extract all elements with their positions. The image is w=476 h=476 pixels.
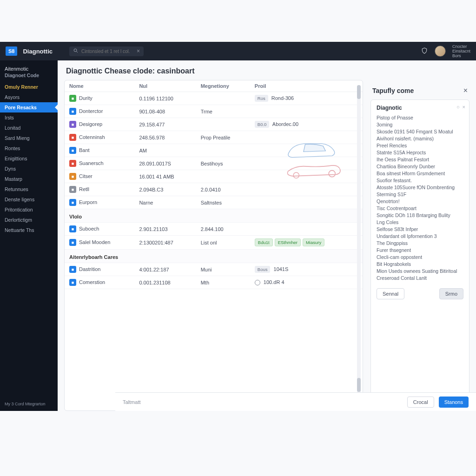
- sidebar-item-2[interactable]: Pore Resacks: [0, 102, 58, 112]
- table-scrollbar[interactable]: [357, 85, 361, 406]
- info-line: Ihe Oess Paitnat Festort: [377, 156, 463, 163]
- tag-pill[interactable]: ESthmher: [275, 238, 301, 246]
- info-line: Selfose S83t Infper: [377, 226, 463, 233]
- tag-pill: B0.0: [255, 121, 270, 128]
- info-line: Atosste 105Suore fON Dombrenting: [377, 184, 463, 191]
- info-line: Lng Coles: [377, 219, 463, 226]
- info-line: Tisc Cootrentpoart: [377, 205, 463, 212]
- info-line: Furer thsegnent: [377, 247, 463, 254]
- row-status-icon: ■: [69, 279, 76, 286]
- info-line: Creseroad Contal Lanlt: [377, 275, 463, 282]
- card-settings-icon[interactable]: ○: [456, 104, 460, 111]
- row-status-icon: ■: [69, 160, 76, 167]
- sidebar-item-1[interactable]: Asyors: [0, 92, 58, 102]
- info-line: Skosde 0191 540 Fmgant S Moatul: [377, 128, 463, 135]
- panel-secondary-button[interactable]: Sennal: [377, 288, 404, 299]
- svg-point-2: [293, 172, 299, 178]
- sidebar-header-1: Aitenmotic: [0, 64, 58, 73]
- info-line: Preel Rencles: [377, 142, 463, 149]
- info-line: Pistop of Pnasse: [377, 114, 463, 121]
- sidebar-item-9[interactable]: Mastarp: [0, 174, 58, 184]
- search-input[interactable]: [81, 49, 134, 54]
- diagnostic-table: Nome Nul Megnetiony Proil ■Durity0.1196 …: [65, 80, 363, 289]
- col-meg[interactable]: Megnetiony: [196, 80, 250, 92]
- vehicle-illustration: [281, 136, 346, 183]
- row-status-icon: ■: [69, 239, 76, 246]
- table-row[interactable]: ■EurpornNarneSaltnstes: [65, 196, 363, 209]
- card-title: Diagnotic: [377, 105, 463, 112]
- info-line: Undardant oll Ipfornention 3: [377, 233, 463, 240]
- tag-pill: Bous: [255, 266, 271, 273]
- table-row[interactable]: ■Dastrition4:001.22:187MuniBous 1041S: [65, 263, 363, 276]
- table-row[interactable]: ■Retll2.094B.C32.0.0410: [65, 183, 363, 196]
- diagnostic-table-card: Nome Nul Megnetiony Proil ■Durity0.1196 …: [64, 80, 363, 411]
- tag-pill: Ros: [255, 95, 268, 102]
- table-row[interactable]: ■Durity0.1196 112100Ros Rond-306: [65, 92, 363, 105]
- panel-primary-button[interactable]: Srmo: [439, 288, 463, 299]
- footer-bar: Taltmatt Crocal Stanons: [115, 392, 476, 411]
- row-status-icon: ■: [69, 108, 76, 115]
- section-header: Aitenrlyboarh Cares: [65, 250, 363, 263]
- row-status-icon: ■: [69, 147, 76, 154]
- right-panel-title: Tapufly come: [372, 87, 414, 94]
- search-clear-icon[interactable]: ×: [137, 48, 140, 54]
- tag-pill[interactable]: Bdu1t: [255, 238, 273, 246]
- sidebar-item-6[interactable]: Rontes: [0, 143, 58, 153]
- row-status-icon: ■: [69, 266, 76, 273]
- row-status-icon: ■: [69, 173, 76, 180]
- section-header: VIolo: [65, 209, 363, 223]
- sidebar-item-10[interactable]: Retunnues: [0, 184, 58, 194]
- user-meta: Cnocter Einsitacnt Bors: [452, 44, 470, 58]
- row-status-icon: ■: [69, 121, 76, 128]
- info-line: Suofior festasnt.: [377, 177, 463, 184]
- table-row[interactable]: ■Desigorep29.158.477B0.0 Abordec.00: [65, 118, 363, 131]
- info-line: Statnte S15A Heprocts: [377, 149, 463, 156]
- info-line: Chartiioa Bineonrly Dunber: [377, 163, 463, 170]
- app-logo: S8: [6, 46, 17, 56]
- row-status-icon: ■: [69, 95, 76, 102]
- table-row[interactable]: ■Donterctor901.08-408Trme: [65, 105, 363, 118]
- shield-icon[interactable]: [421, 47, 428, 56]
- sidebar-item-7[interactable]: Enigittions: [0, 153, 58, 164]
- info-line: Aivihonl nsisfert. (mamins): [377, 135, 463, 142]
- info-line: Sterming S1F: [377, 191, 463, 198]
- svg-point-3: [329, 171, 335, 177]
- page-title: Diagnottic Chease clode: casinboart: [66, 67, 195, 75]
- row-status-icon: ■: [69, 186, 76, 193]
- sidebar-item-8[interactable]: Dyns: [0, 164, 58, 174]
- search-box[interactable]: ×: [69, 46, 144, 56]
- sidebar-item-0[interactable]: Omuly Renner: [0, 82, 58, 92]
- row-status-icon: ■: [69, 199, 76, 206]
- col-name[interactable]: Nome: [65, 80, 134, 92]
- table-row[interactable]: ■Suboech2.901.211032.844.100: [65, 223, 363, 236]
- col-nul[interactable]: Nul: [134, 80, 196, 92]
- svg-line-1: [77, 51, 78, 53]
- info-line: Bit Hograbokels: [377, 261, 463, 268]
- close-icon[interactable]: ×: [463, 86, 468, 95]
- sidebar-item-13[interactable]: Derlortictigm: [0, 215, 58, 225]
- right-panel: Tapufly come × ○ × Diagnotic Pistop of P…: [370, 80, 469, 411]
- info-line: 3oming: [377, 121, 463, 128]
- sidebar-item-12[interactable]: Pritontication: [0, 205, 58, 215]
- card-close-icon[interactable]: ×: [463, 104, 465, 111]
- sidebar-item-3[interactable]: Irsts: [0, 112, 58, 123]
- sidebar-item-14[interactable]: Nettuarte Ths: [0, 225, 58, 235]
- sidebar-footer: My 3 Cord Mtegrarton: [0, 397, 58, 411]
- row-status-icon: ■: [69, 134, 76, 141]
- sidebar-item-11[interactable]: Denste Iigens: [0, 194, 58, 205]
- sidebar-item-4[interactable]: Lonitad: [0, 123, 58, 133]
- tag-pill[interactable]: Miasury: [303, 238, 324, 246]
- footer-confirm-button[interactable]: Stanons: [439, 397, 469, 408]
- sidebar-item-5[interactable]: Sard Mieng: [0, 133, 58, 143]
- radio-icon[interactable]: [255, 280, 260, 285]
- info-line: Boa sitnest Hform Grsmdement: [377, 170, 463, 177]
- info-line: Songitic DOh 118 Bntarging Bulity: [377, 212, 463, 219]
- table-row[interactable]: ■Salel Mooden2:1300201:487List onlBdu1tE…: [65, 236, 363, 250]
- footer-cancel-button[interactable]: Crocal: [407, 397, 434, 408]
- table-row[interactable]: ■Comerstion0.001.231108Mth 100.dR 4: [65, 276, 363, 289]
- row-status-icon: ■: [69, 225, 76, 232]
- diagnostic-info-card: ○ × Diagnotic Pistop of Pnasse3omingSkos…: [370, 99, 469, 411]
- user-avatar[interactable]: [435, 46, 446, 57]
- search-icon: [73, 48, 79, 55]
- col-proil[interactable]: Proil: [250, 80, 363, 92]
